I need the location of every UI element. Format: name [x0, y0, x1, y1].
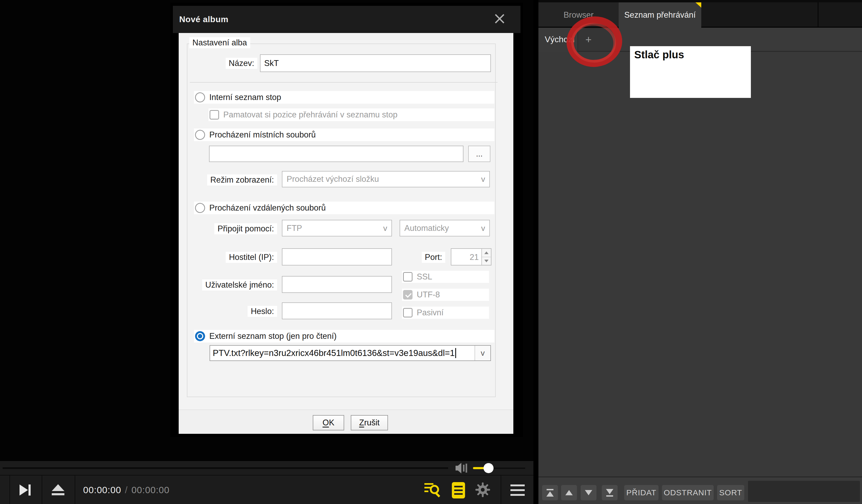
utf8-checkbox[interactable] [403, 290, 413, 300]
port-stepper[interactable]: 21 [451, 248, 492, 265]
close-icon[interactable] [494, 13, 506, 25]
playlist-content-area[interactable] [538, 52, 862, 477]
separator [42, 476, 42, 504]
arrow-down-icon [606, 489, 613, 494]
chevron-down-icon[interactable]: v [474, 346, 491, 360]
view-mode-select[interactable]: Procházet výchozí složku v [282, 171, 490, 187]
add-button-label: PŘIDAT [626, 488, 656, 497]
spin-up-icon[interactable] [482, 249, 491, 257]
mode-select[interactable]: Automaticky v [400, 220, 490, 236]
radio-internal[interactable] [195, 92, 205, 102]
text-caret [455, 348, 456, 358]
radio-internal-label: Interní seznam stop [209, 92, 284, 103]
move-to-bottom-button[interactable] [602, 485, 618, 500]
seek-volume-row [0, 461, 533, 475]
bar-icon [547, 489, 553, 490]
groupbox-label: Nastavení alba [189, 37, 250, 48]
radio-external[interactable] [195, 331, 205, 341]
dialog-titlebar[interactable]: Nové album [173, 6, 521, 33]
external-url-combobox[interactable]: PTV.txt?rlkey=n3ru2xricx46br451lm0t6136&… [210, 345, 491, 361]
utf8-label: UTF-8 [417, 289, 443, 300]
radio-local-label: Procházení místních souborů [209, 129, 319, 141]
password-label: Heslo: [248, 306, 277, 317]
bar-icon [606, 495, 613, 496]
radio-remote[interactable] [195, 203, 205, 213]
volume-knob[interactable] [484, 463, 494, 473]
ssl-label: SSL [417, 271, 435, 282]
tab-corner-marker [695, 2, 701, 8]
passive-checkbox[interactable] [403, 308, 413, 317]
time-total: 00:00:00 [131, 485, 169, 495]
move-up-button[interactable] [561, 485, 577, 500]
radio-local[interactable] [195, 130, 205, 140]
annotation-note: Stlač plus [630, 46, 751, 98]
view-mode-value: Procházet výchozí složku [287, 174, 379, 184]
port-value: 21 [451, 249, 481, 265]
move-to-top-button[interactable] [542, 485, 558, 500]
checkbox-row-remember[interactable]: Pamatovat si pozice přehrávání v seznamu… [209, 108, 494, 121]
ok-button-label: OK [323, 418, 335, 427]
password-input[interactable] [282, 302, 392, 319]
dialog-title: Nové album [179, 14, 228, 24]
panel-top-strip [538, 0, 862, 2]
next-track-button[interactable] [19, 484, 33, 498]
playlist-doc-icon[interactable] [452, 482, 465, 500]
playlist-toolbar: PŘIDAT ODSTRANIT SORT [538, 477, 862, 504]
checkbox-row-passive[interactable]: Pasivní [402, 307, 489, 319]
mode-value: Automaticky [404, 224, 449, 233]
time-display: 00:00:00 / 00:00:00 [83, 476, 169, 504]
protocol-select[interactable]: FTP v [282, 220, 392, 236]
spin-down-icon[interactable] [482, 257, 491, 265]
speaker-icon[interactable] [456, 463, 469, 475]
new-album-dialog: Nové album Nastavení alba Název: Interní… [170, 3, 523, 437]
local-path-input[interactable] [209, 146, 463, 162]
move-down-button[interactable] [580, 485, 597, 500]
cancel-button[interactable]: Zrušit [351, 415, 388, 430]
radio-row-external[interactable]: Externí seznam stop (jen pro čtení) [194, 330, 494, 343]
protocol-value: FTP [287, 224, 302, 233]
ssl-checkbox[interactable] [403, 272, 413, 281]
ok-button[interactable]: OK [313, 415, 344, 430]
remember-checkbox[interactable] [210, 110, 219, 120]
browse-button-label: ... [476, 149, 482, 158]
radio-row-local[interactable]: Procházení místních souborů [194, 129, 494, 141]
menu-hamburger-icon[interactable] [510, 485, 525, 497]
radio-external-label: Externí seznam stop (jen pro čtení) [209, 331, 340, 342]
remove-button[interactable]: ODSTRANIT [662, 485, 714, 500]
radio-row-remote[interactable]: Procházení vzdálených souborů [194, 202, 494, 214]
separator [190, 82, 497, 83]
user-input[interactable] [282, 276, 392, 293]
name-input[interactable] [260, 54, 491, 72]
user-label: Uživatelské jméno: [202, 279, 277, 291]
browse-button[interactable]: ... [468, 146, 491, 162]
arrow-up-icon [546, 491, 554, 496]
remember-label: Pamatovat si pozice přehrávání v seznamu… [223, 109, 401, 120]
external-url-value: PTV.txt?rlkey=n3ru2xricx46br451lm0t6136&… [213, 348, 455, 358]
host-input[interactable] [282, 248, 392, 265]
view-mode-label: Režim zobrazení: [207, 174, 277, 186]
cancel-button-label: Zrušit [359, 418, 380, 427]
add-button[interactable]: PŘIDAT [624, 485, 658, 500]
port-label: Port: [422, 252, 445, 263]
seek-bar[interactable] [3, 467, 448, 469]
dialog-body: Nastavení alba Název: Interní seznam sto… [179, 33, 513, 434]
eject-button[interactable] [52, 484, 64, 497]
player-controls-bar: 00:00:00 / 00:00:00 [0, 475, 533, 504]
annotation-red-circle [566, 15, 624, 69]
host-label: Hostitel (IP): [226, 252, 277, 263]
checkbox-row-ssl[interactable]: SSL [402, 271, 489, 283]
chevron-down-icon: v [383, 224, 387, 233]
chevron-down-icon: v [481, 224, 485, 233]
radio-remote-label: Procházení vzdálených souborů [209, 202, 329, 213]
gear-icon[interactable] [475, 482, 491, 499]
port-spinner[interactable] [481, 249, 491, 265]
checkbox-row-utf8[interactable]: UTF-8 [402, 289, 489, 301]
toolbar-inset-field[interactable] [748, 481, 860, 502]
sort-button[interactable]: SORT [717, 485, 744, 500]
tab-playlist[interactable]: Seznam přehrávání [619, 2, 701, 28]
separator [75, 476, 75, 504]
radio-row-internal[interactable]: Interní seznam stop [194, 91, 494, 104]
time-separator: / [125, 485, 128, 495]
search-playlist-icon[interactable] [425, 482, 441, 499]
name-label: Název: [226, 58, 257, 69]
